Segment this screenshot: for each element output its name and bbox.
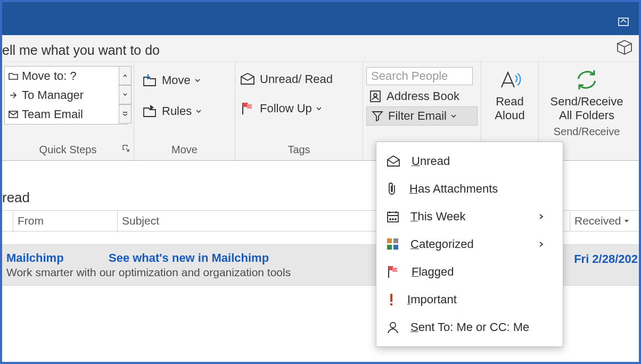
- svg-rect-12: [390, 294, 392, 302]
- chevron-up-icon: [122, 73, 128, 78]
- filter-this-week[interactable]: This Week: [376, 203, 563, 230]
- sort-desc-icon: [623, 218, 630, 224]
- svg-point-7: [395, 219, 396, 220]
- move-label: Move: [139, 140, 229, 160]
- important-icon: [386, 292, 397, 307]
- send-receive-label: Send/Receive: [554, 122, 620, 142]
- quick-step-move-to[interactable]: Move to: ?: [5, 67, 127, 86]
- spinner-down[interactable]: [119, 85, 132, 104]
- move-button[interactable]: Move: [139, 69, 229, 92]
- quick-steps-group: Move to: ? To Manager Team Email Quick S…: [2, 62, 134, 160]
- col-received[interactable]: Received: [570, 210, 639, 231]
- flag-icon: [386, 265, 401, 279]
- sync-icon: [574, 67, 599, 93]
- quick-step-team-email[interactable]: Team Email: [5, 105, 127, 124]
- read-aloud-icon: [497, 67, 523, 93]
- address-book-icon: [368, 89, 382, 103]
- rules-icon: [142, 103, 158, 119]
- tags-group: Unread/ Read Follow Up Tags: [235, 62, 363, 160]
- chevron-down-bar-icon: [122, 111, 128, 117]
- calendar-icon: [386, 210, 400, 224]
- move-group: Move Rules Move: [134, 62, 235, 160]
- svg-rect-4: [388, 212, 398, 222]
- chevron-right-icon: [537, 213, 545, 220]
- chevron-right-icon: [537, 241, 545, 248]
- message-subject: See what's new in Mailchimp: [109, 251, 269, 265]
- svg-rect-11: [393, 245, 398, 250]
- envelope-icon: [240, 72, 256, 86]
- tags-label: Tags: [237, 140, 360, 160]
- svg-rect-13: [390, 303, 392, 305]
- filter-flagged[interactable]: Flagged: [376, 258, 563, 286]
- envelope-open-icon: [386, 155, 401, 168]
- spinner-more[interactable]: [119, 104, 132, 123]
- message-from: Mailchimp: [6, 251, 109, 265]
- svg-point-14: [390, 322, 396, 328]
- quick-steps-list[interactable]: Move to: ? To Manager Team Email: [4, 66, 128, 125]
- svg-point-3: [374, 94, 377, 97]
- forward-icon: [8, 90, 19, 101]
- quick-steps-spinner[interactable]: [119, 66, 132, 123]
- quick-step-to-manager[interactable]: To Manager: [5, 86, 127, 105]
- quick-steps-label: Quick Steps: [2, 140, 134, 160]
- filter-categorized[interactable]: Categorized: [376, 230, 563, 258]
- col-flag[interactable]: [2, 211, 13, 231]
- chevron-down-icon: [315, 105, 323, 112]
- package-icon[interactable]: [615, 38, 634, 56]
- address-book-button[interactable]: Address Book: [366, 88, 478, 104]
- chevron-down-icon: [450, 112, 457, 120]
- tell-me-text: ell me what you want to do: [2, 43, 160, 57]
- funnel-icon: [371, 110, 384, 122]
- dialog-launcher-icon[interactable]: [122, 144, 130, 155]
- folder-move-icon: [142, 72, 158, 88]
- tell-me-bar[interactable]: ell me what you want to do: [2, 35, 639, 62]
- paperclip-icon: [386, 181, 399, 196]
- filter-email-menu: Unread Has Attachments This Week Categor…: [376, 142, 563, 347]
- svg-point-5: [390, 219, 391, 220]
- spinner-up[interactable]: [119, 66, 132, 85]
- title-bar: [2, 2, 639, 35]
- chevron-down-icon: [122, 92, 128, 97]
- minimize-ribbon-icon[interactable]: [617, 14, 630, 28]
- filter-email-button[interactable]: Filter Email: [366, 106, 478, 126]
- rules-button[interactable]: Rules: [139, 100, 229, 122]
- filter-sent-to-me[interactable]: Sent To: Me or CC: Me: [376, 313, 563, 341]
- filter-important[interactable]: Important: [376, 286, 563, 313]
- svg-point-6: [392, 219, 393, 220]
- chevron-down-icon: [194, 77, 201, 84]
- send-receive-all-button[interactable]: Send/ReceiveAll Folders: [550, 67, 623, 122]
- chevron-down-icon: [195, 107, 202, 115]
- svg-rect-10: [387, 245, 392, 250]
- message-date: Fri 2/28/202: [574, 252, 638, 266]
- folder-icon: [8, 71, 19, 81]
- svg-rect-9: [393, 238, 398, 243]
- svg-rect-2: [371, 91, 380, 102]
- filter-has-attachments[interactable]: Has Attachments: [376, 175, 563, 203]
- follow-up-button[interactable]: Follow Up: [237, 98, 360, 119]
- search-people-input[interactable]: Search People: [366, 67, 473, 85]
- svg-rect-8: [387, 238, 392, 243]
- categories-icon: [386, 237, 400, 251]
- col-from[interactable]: From: [13, 211, 117, 231]
- flag-icon: [240, 101, 256, 116]
- unread-read-button[interactable]: Unread/ Read: [237, 69, 360, 89]
- person-icon: [386, 320, 400, 334]
- filter-unread[interactable]: Unread: [376, 147, 563, 175]
- mail-icon: [8, 109, 19, 120]
